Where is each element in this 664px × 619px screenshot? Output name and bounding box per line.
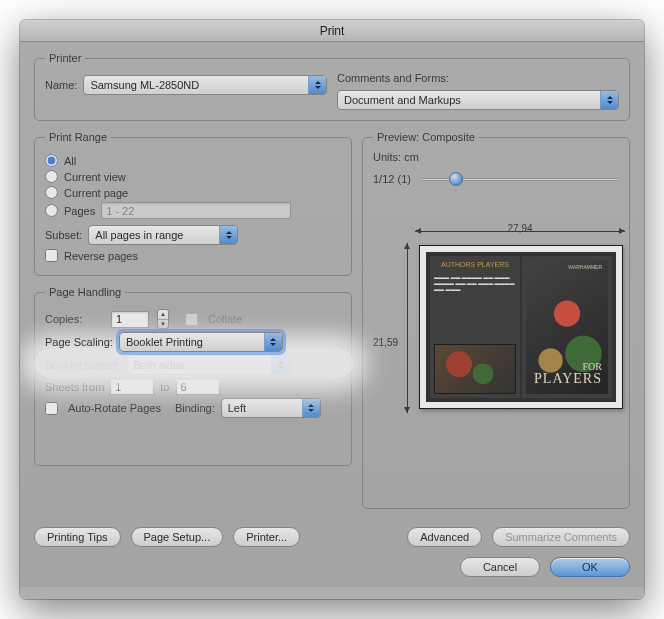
range-all-radio[interactable] <box>45 154 58 167</box>
reverse-pages-checkbox[interactable] <box>45 249 58 262</box>
summarize-comments-button: Summarize Comments <box>492 527 630 547</box>
preview-units: Units: cm <box>373 151 619 163</box>
comments-select[interactable]: Document and Markups <box>337 90 619 110</box>
printing-tips-button[interactable]: Printing Tips <box>34 527 121 547</box>
copies-stepper[interactable]: ▲▼ <box>157 309 169 329</box>
range-pages-radio[interactable] <box>45 204 58 217</box>
copies-input[interactable] <box>111 311 149 328</box>
range-pages-label: Pages <box>64 205 95 217</box>
sheets-to-input[interactable] <box>176 378 220 395</box>
preview-counter: 1/12 (1) <box>373 173 411 185</box>
handling-legend: Page Handling <box>45 286 125 298</box>
name-label: Name: <box>45 79 77 91</box>
binding-label: Binding: <box>175 402 215 414</box>
preview-group: Preview: Composite Units: cm 1/12 (1) 27… <box>362 131 630 509</box>
range-current-view-label: Current view <box>64 171 126 183</box>
collate-label: Collate <box>208 313 242 325</box>
page-handling-group: Page Handling Copies: ▲▼ Collate Page Sc… <box>34 286 352 466</box>
binding-select[interactable]: Left <box>221 398 321 418</box>
cancel-button[interactable]: Cancel <box>460 557 540 577</box>
preview-width: 27,94 <box>415 223 625 234</box>
preview-pane1-header: AUTHORS PLAYERS <box>430 262 520 268</box>
range-legend: Print Range <box>45 131 111 143</box>
preview-slider[interactable] <box>421 171 619 187</box>
auto-rotate-label: Auto-Rotate Pages <box>68 402 161 414</box>
page-setup-button[interactable]: Page Setup... <box>131 527 224 547</box>
booklet-subset-label: Booklet subset: <box>45 359 120 371</box>
advanced-button[interactable]: Advanced <box>407 527 482 547</box>
ok-button[interactable]: OK <box>550 557 630 577</box>
range-current-view-radio[interactable] <box>45 170 58 183</box>
scaling-label: Page Scaling: <box>45 336 113 348</box>
subset-select[interactable]: All pages in range <box>88 225 238 245</box>
reverse-pages-label: Reverse pages <box>64 250 138 262</box>
range-current-page-radio[interactable] <box>45 186 58 199</box>
comments-label: Comments and Forms: <box>337 72 619 84</box>
printer-legend: Printer <box>45 52 85 64</box>
range-current-page-label: Current page <box>64 187 128 199</box>
range-pages-input[interactable] <box>101 202 291 219</box>
sheets-from-input[interactable] <box>110 378 154 395</box>
printer-name-select[interactable]: Samsung ML-2850ND <box>83 75 327 95</box>
sheets-to-label: to <box>160 381 169 393</box>
print-dialog: Print Printer Name: Samsung ML-2850ND Co… <box>20 20 644 599</box>
print-range-group: Print Range All Current view Current pag… <box>34 131 352 276</box>
range-all-label: All <box>64 155 76 167</box>
copies-label: Copies: <box>45 313 105 325</box>
preview-canvas: 27,94 21,59 AUTHORS PLAYERS ▬▬▬ ▬▬ ▬▬▬▬ … <box>373 217 619 527</box>
preview-pane2-line2: PLAYERS <box>534 372 602 386</box>
auto-rotate-checkbox[interactable] <box>45 402 58 415</box>
subset-label: Subset: <box>45 229 82 241</box>
preview-legend: Preview: Composite <box>373 131 479 143</box>
printer-group: Printer Name: Samsung ML-2850ND Comments… <box>34 52 630 121</box>
page-scaling-select[interactable]: Booklet Printing <box>119 332 283 352</box>
sheets-from-label: Sheets from <box>45 381 104 393</box>
window-title: Print <box>20 20 644 42</box>
preview-pane2-top: WARHAMMER <box>568 264 602 270</box>
collate-checkbox <box>185 313 198 326</box>
booklet-subset-select[interactable]: Both sides <box>126 355 290 375</box>
preview-page: AUTHORS PLAYERS ▬▬▬ ▬▬ ▬▬▬▬ ▬▬ ▬▬▬ ▬▬▬▬ … <box>419 245 623 409</box>
printer-button[interactable]: Printer... <box>233 527 300 547</box>
preview-height: 21,59 <box>373 257 398 427</box>
